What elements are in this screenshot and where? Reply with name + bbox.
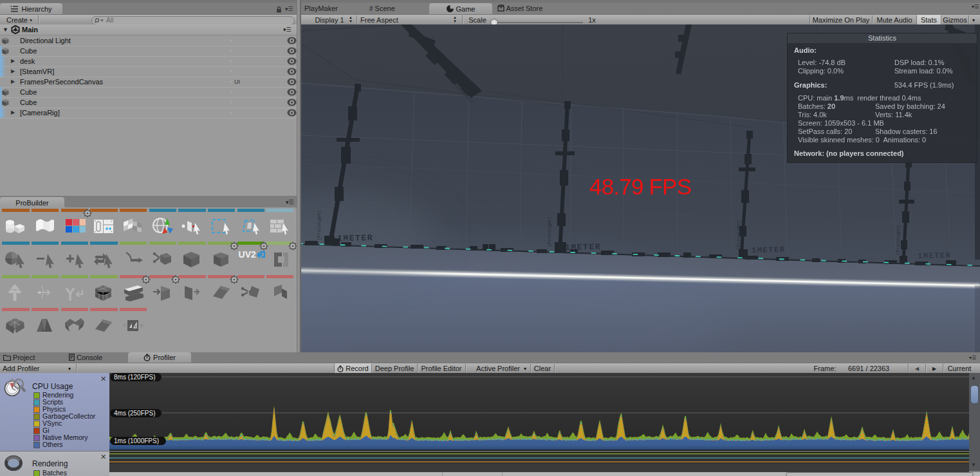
svg-text:[Prototype]: [Prototype] — [547, 217, 552, 247]
svg-text:1METER: 1METER — [565, 242, 601, 252]
svg-text:1METER: 1METER — [918, 251, 952, 261]
svg-text:[Prototype]: [Prototype] — [736, 220, 741, 250]
svg-text:1METER: 1METER — [337, 233, 373, 243]
svg-text:[Prototype]: [Prototype] — [896, 225, 901, 255]
svg-text:4ms (250FPS): 4ms (250FPS) — [114, 410, 155, 417]
svg-text:1ms (1000FPS): 1ms (1000FPS) — [114, 437, 159, 444]
svg-text:8ms (120FPS): 8ms (120FPS) — [114, 374, 155, 381]
svg-text:[Prototype]: [Prototype] — [317, 211, 322, 240]
svg-text:1METER: 1METER — [752, 245, 786, 255]
